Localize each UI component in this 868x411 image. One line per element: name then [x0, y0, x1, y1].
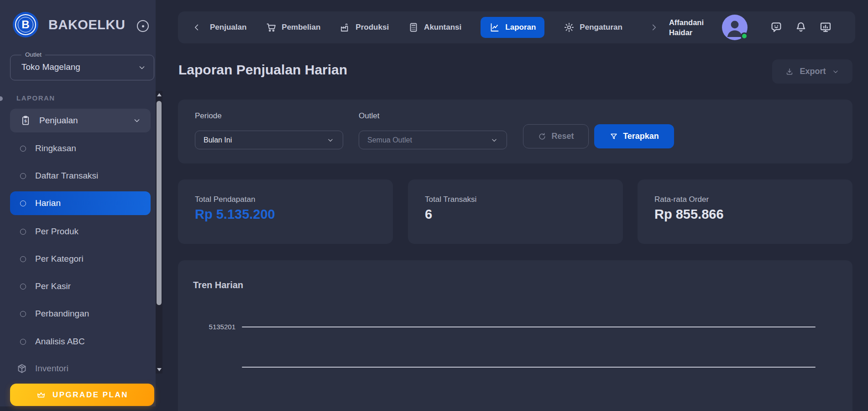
tabs-scroll-right-icon[interactable]: [649, 22, 659, 32]
calculator-icon: [408, 22, 419, 33]
clipboard-sales-icon: [20, 115, 31, 126]
stat-card-rata-rata-order: Rata-rata Order Rp 855.866: [638, 179, 852, 244]
top-navigation-bar: Penjualan Pembelian Produksi Akuntansi L…: [178, 11, 855, 43]
bell-icon: [794, 21, 808, 34]
chart-icon: [489, 22, 500, 33]
avatar[interactable]: [722, 15, 748, 40]
sidebar-item-harian[interactable]: Harian: [10, 191, 151, 215]
chevron-down-icon: [490, 136, 498, 144]
brand-logo-icon: B: [13, 12, 38, 37]
chart-axis-baseline: [242, 367, 816, 368]
funnel-icon: [609, 132, 618, 141]
brand: B BAKOELKU: [13, 12, 125, 37]
stat-value: 6: [425, 207, 432, 222]
scrollbar-thumb[interactable]: [157, 101, 162, 305]
radio-circle-icon: [20, 284, 26, 290]
radio-circle-icon: [20, 146, 26, 152]
chart-title: Tren Harian: [193, 280, 243, 290]
radio-circle-icon: [20, 229, 26, 235]
section-indicator-dot: [0, 96, 3, 101]
chevron-down-icon: [326, 136, 335, 144]
sidebar-item-penjualan[interactable]: Penjualan: [10, 109, 151, 132]
tabs-scroll-left-icon[interactable]: [192, 22, 202, 32]
sidebar-collapse-toggle-icon[interactable]: [137, 20, 149, 32]
radio-circle-icon: [20, 339, 26, 345]
chevron-down-icon: [137, 63, 146, 72]
tab-penjualan[interactable]: Penjualan: [210, 23, 246, 32]
display-mode-button[interactable]: [819, 21, 832, 34]
stat-card-total-transaksi: Total Transaksi 6: [408, 179, 623, 244]
tab-laporan[interactable]: Laporan: [481, 17, 544, 38]
sidebar-item-perbandingan[interactable]: Perbandingan: [10, 302, 151, 326]
sidebar-item-ringkasan[interactable]: Ringkasan: [10, 137, 151, 160]
y-axis-tick-label: 5135201: [204, 323, 235, 331]
online-status-dot: [741, 32, 748, 40]
monitor-icon: [819, 21, 832, 34]
tab-produksi[interactable]: Produksi: [340, 22, 389, 33]
tab-pengaturan[interactable]: Pengaturan: [564, 22, 622, 33]
tab-akuntansi[interactable]: Akuntansi: [408, 22, 461, 33]
sidebar-item-analisis-abc[interactable]: Analisis ABC: [10, 330, 151, 353]
app-window: B BAKOELKU Outlet Toko Magelang LAPORAN …: [0, 0, 868, 411]
sidebar-item-per-produk[interactable]: Per Produk: [10, 220, 151, 243]
export-button[interactable]: Export: [772, 59, 852, 84]
cart-icon: [266, 22, 277, 33]
sidebar-item-daftar-transaksi[interactable]: Daftar Transaksi: [10, 164, 151, 188]
upgrade-plan-button[interactable]: UPGRADE PLAN: [10, 384, 154, 406]
stat-value: Rp 5.135.200: [195, 207, 275, 222]
package-icon: [16, 363, 27, 374]
reset-button[interactable]: Reset: [523, 124, 589, 148]
sidebar-section: LAPORAN: [0, 94, 156, 103]
sidebar-scrollbar[interactable]: [156, 91, 162, 374]
page-title: Laporan Penjualan Harian: [178, 62, 347, 78]
refresh-icon: [538, 132, 547, 141]
module-tabs: Penjualan Pembelian Produksi Akuntansi L…: [210, 17, 622, 38]
brand-name: BAKOELKU: [48, 17, 125, 32]
filter-card: Periode Bulan Ini Outlet Semua Outlet Re…: [178, 100, 852, 163]
factory-icon: [340, 22, 350, 33]
chat-feedback-button[interactable]: [769, 21, 783, 34]
crown-icon: [36, 390, 46, 400]
radio-circle-icon: [20, 173, 26, 179]
outlet-selector[interactable]: Outlet Toko Magelang: [10, 55, 154, 80]
radio-circle-icon: [20, 200, 26, 206]
daily-trend-chart-card: Tren Harian 5135201: [178, 260, 852, 411]
sidebar-item-per-kasir[interactable]: Per Kasir: [10, 274, 151, 298]
outlet-selector-value: Toko Magelang: [21, 62, 80, 72]
sidebar: B BAKOELKU Outlet Toko Magelang LAPORAN …: [0, 0, 156, 406]
stat-card-total-pendapatan: Total Pendapatan Rp 5.135.200: [178, 179, 393, 244]
radio-circle-icon: [20, 256, 26, 262]
download-icon: [785, 67, 794, 76]
periode-select[interactable]: Bulan Ini: [195, 131, 343, 149]
sidebar-item-inventori[interactable]: Inventori: [10, 357, 151, 380]
radio-circle-icon: [20, 311, 26, 317]
scroll-down-arrow-icon[interactable]: [157, 368, 162, 371]
chart-gridline-top: [242, 327, 816, 327]
chevron-down-icon: [132, 116, 141, 125]
sidebar-section-label: LAPORAN: [16, 94, 55, 102]
apply-filter-button[interactable]: Terapkan: [594, 124, 674, 148]
topbar-right-zone: Affandani Haidar: [649, 15, 832, 40]
chat-smile-icon: [769, 21, 783, 34]
periode-label: Periode: [195, 111, 222, 121]
outlet-filter-label: Outlet: [359, 111, 379, 121]
sidebar-item-per-kategori[interactable]: Per Kategori: [10, 247, 151, 271]
chevron-down-icon: [831, 68, 840, 76]
stat-value: Rp 855.866: [654, 207, 724, 222]
tab-pembelian[interactable]: Pembelian: [266, 22, 320, 33]
outlet-filter-select[interactable]: Semua Outlet: [359, 131, 507, 149]
user-name: Affandani Haidar: [669, 17, 704, 38]
scroll-up-arrow-icon[interactable]: [157, 93, 162, 96]
notifications-button[interactable]: [794, 21, 808, 34]
outlet-selector-label: Outlet: [21, 51, 45, 58]
gear-icon: [564, 22, 575, 33]
